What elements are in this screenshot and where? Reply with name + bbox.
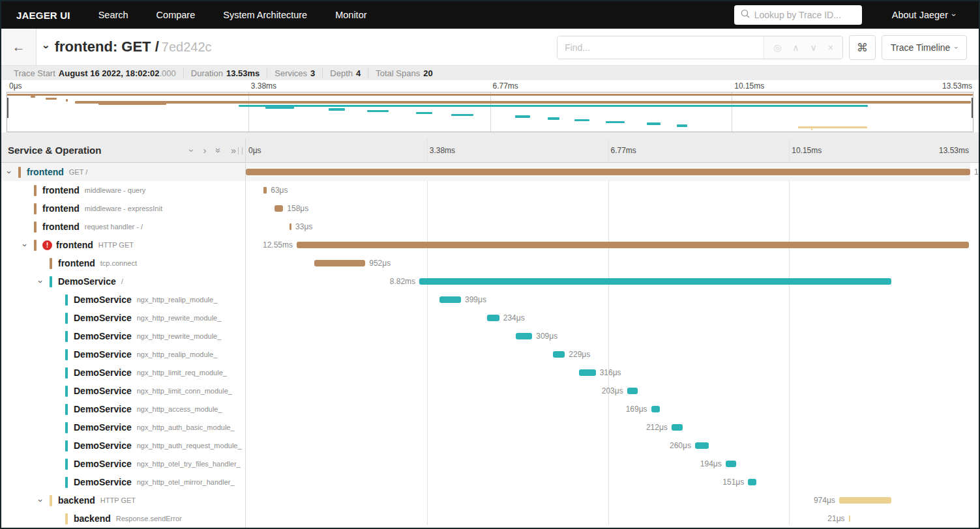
span-duration-bar[interactable] [487, 315, 499, 321]
prev-match-icon[interactable]: ∧ [792, 43, 799, 52]
span-row-bar[interactable]: 21μs [246, 509, 970, 528]
span-row-name[interactable]: ›backendHTTP GET [1, 491, 245, 509]
span-duration-bar[interactable] [246, 169, 970, 175]
ruler-tick: 10.15ms [792, 146, 822, 155]
span-duration-bar[interactable] [439, 296, 461, 303]
chevron-down-icon[interactable]: › [187, 149, 196, 152]
trace-view-selector[interactable]: Trace Timeline › [882, 35, 967, 60]
span-duration-bar[interactable] [263, 187, 267, 193]
span-row-name[interactable]: DemoServicengx_http_limit_req_module_ [1, 364, 245, 382]
span-row-bar[interactable]: 234μs [246, 309, 970, 327]
span-row-bar[interactable]: 229μs [246, 345, 970, 364]
service-name: backend [74, 513, 111, 524]
minimap-gap [1, 132, 979, 138]
span-collapse-chevron-icon[interactable]: › [39, 496, 50, 506]
clear-find-icon[interactable]: × [828, 43, 833, 52]
span-collapse-chevron-icon[interactable]: › [39, 277, 50, 287]
operation-name: / [121, 278, 123, 285]
service-color-chip [65, 386, 68, 397]
span-row-bar[interactable]: 151μs [246, 473, 970, 491]
span-row-bar[interactable]: 974μs [246, 491, 970, 509]
span-row-name[interactable]: DemoServicengx_http_access_module_ [1, 400, 245, 418]
span-row-bar[interactable]: 309μs [246, 327, 970, 345]
span-row-bar[interactable]: 194μs [246, 455, 970, 473]
span-row-name[interactable]: ›DemoService/ [1, 272, 245, 291]
span-row-name[interactable]: DemoServicengx_http_rewrite_module_ [1, 327, 245, 345]
span-row-name[interactable]: DemoServicengx_http_realip_module_ [1, 345, 245, 364]
span-row-name[interactable]: frontendmiddleware - query [1, 181, 245, 199]
double-chevron-down-icon[interactable]: » [214, 148, 223, 153]
span-duration-bar[interactable] [651, 406, 661, 412]
span-row-bar[interactable]: 33μs [246, 218, 970, 236]
operation-name: ngx_http_limit_conn_module_ [137, 387, 232, 395]
span-row-bar[interactable]: 63μs [246, 181, 970, 199]
span-duration-bar[interactable] [516, 333, 532, 339]
span-duration-bar[interactable] [627, 388, 638, 394]
span-row-name[interactable]: DemoServicengx_http_auth_basic_module_ [1, 418, 245, 436]
span-row-bar[interactable]: 12.55ms [246, 236, 970, 254]
span-duration-bar[interactable] [314, 260, 365, 266]
collapse-chevron-icon[interactable]: › [40, 45, 53, 49]
back-button[interactable]: ← [1, 29, 37, 65]
span-row-name[interactable]: DemoServicengx_http_auth_request_module_ [1, 436, 245, 455]
app-logo[interactable]: JAEGER UI [16, 10, 70, 21]
nav-item-monitor[interactable]: Monitor [335, 10, 366, 20]
minimap-span-bar [75, 101, 971, 103]
span-row-name[interactable]: DemoServicengx_http_rewrite_module_ [1, 309, 245, 327]
span-row-bar[interactable]: 8.82ms [246, 272, 970, 291]
find-input[interactable] [557, 36, 764, 59]
chevron-right-icon[interactable]: › [203, 146, 207, 155]
span-row-name[interactable]: backendResponse.sendError [1, 509, 245, 528]
span-row-name[interactable]: DemoServicengx_http_otel_try_files_handl… [1, 455, 245, 473]
span-row-bar[interactable]: 158μs [246, 199, 970, 218]
span-duration-bar[interactable] [579, 369, 596, 376]
span-row-bar[interactable]: 203μs [246, 382, 970, 400]
span-row-bar[interactable]: 169μs [246, 400, 970, 418]
span-duration-bar[interactable] [297, 242, 969, 248]
span-row-bar[interactable]: 260μs [246, 436, 970, 455]
span-row-name[interactable]: ›!frontendHTTP GET [1, 236, 245, 254]
span-duration-label: 212μs [646, 423, 668, 432]
span-duration-bar[interactable] [275, 205, 283, 212]
span-row-name[interactable]: frontendmiddleware - expressInit [1, 199, 245, 218]
span-row-bar[interactable]: 13.53ms [246, 163, 970, 181]
span-duration-bar[interactable] [290, 223, 291, 230]
service-name: backend [58, 495, 95, 506]
back-arrow-icon: ← [12, 40, 25, 55]
panel-resize-grip[interactable] [238, 147, 243, 154]
span-row-bar[interactable]: 952μs [246, 254, 970, 272]
span-collapse-chevron-icon[interactable]: › [23, 240, 34, 250]
keyboard-shortcuts-button[interactable]: ⌘ [849, 35, 876, 60]
next-match-icon[interactable]: ∨ [810, 43, 817, 52]
span-duration-bar[interactable] [748, 479, 756, 485]
span-duration-bar[interactable] [672, 424, 683, 431]
span-row-bar[interactable]: 399μs [246, 291, 970, 309]
nav-item-compare[interactable]: Compare [156, 10, 196, 20]
span-row-bar[interactable]: 316μs [246, 364, 970, 382]
trace-minimap[interactable] [7, 92, 973, 132]
span-duration-bar[interactable] [419, 278, 891, 285]
nav-item-system-architecture[interactable]: System Architecture [223, 10, 307, 20]
trace-id-lookup-input[interactable]: Lookup by Trace ID... [734, 5, 862, 25]
span-row-name[interactable]: DemoServicengx_http_realip_module_ [1, 291, 245, 309]
match-case-icon[interactable]: ◎ [773, 43, 781, 52]
service-color-chip [34, 185, 37, 196]
span-duration-bar[interactable] [726, 461, 736, 467]
span-row-name[interactable]: frontendtcp.connect [1, 254, 245, 272]
span-row-name[interactable]: DemoServicengx_http_otel_mirror_handler_ [1, 473, 245, 491]
double-chevron-right-icon[interactable]: » [231, 146, 236, 155]
span-duration-bar[interactable] [849, 515, 850, 522]
minimap-right-handle[interactable] [972, 98, 973, 118]
minimap-left-handle[interactable] [7, 98, 8, 118]
span-duration-bar[interactable] [839, 497, 891, 504]
span-row-bar[interactable]: 212μs [246, 418, 970, 436]
service-name: DemoService [74, 440, 132, 451]
span-row-name[interactable]: frontendrequest handler - / [1, 218, 245, 236]
span-duration-bar[interactable] [695, 442, 709, 449]
span-duration-bar[interactable] [553, 351, 565, 358]
span-row-name[interactable]: ›frontendGET / [1, 163, 245, 181]
about-jaeger-menu[interactable]: About Jaeger › [892, 10, 955, 20]
span-row-name[interactable]: DemoServicengx_http_limit_conn_module_ [1, 382, 245, 400]
span-collapse-chevron-icon[interactable]: › [8, 167, 18, 177]
nav-item-search[interactable]: Search [98, 10, 128, 20]
